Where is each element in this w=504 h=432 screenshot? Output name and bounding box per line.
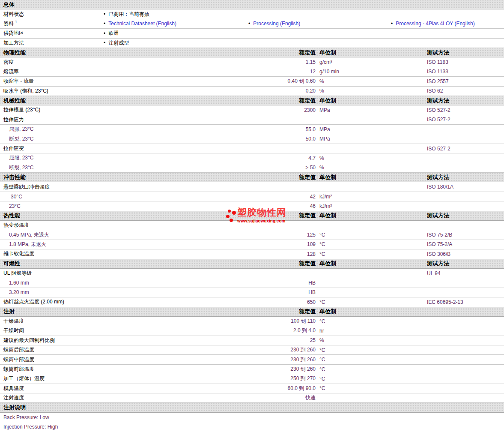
test-method: ISO 75-2/A	[423, 241, 504, 247]
property-row: 3.20 mmHB	[0, 288, 504, 297]
property-label: 屈服, 23°C	[0, 154, 279, 162]
section-header: 机械性能额定值单位制测试方法	[0, 96, 504, 105]
property-row: UL 阻燃等级UL 94	[0, 269, 504, 278]
bullet-icon: •	[391, 21, 393, 27]
property-label: 拉伸应力	[0, 116, 279, 123]
section-title: 物理性能	[0, 49, 279, 57]
column-header-unit: 单位制	[316, 97, 423, 105]
section-title: 冲击性能	[0, 174, 279, 181]
property-label-text: 加工方法	[3, 40, 24, 46]
rated-value: 125	[279, 232, 316, 238]
rated-value: 2.0 到 4.0	[279, 327, 316, 334]
property-label: 0.45 MPa, 未退火	[0, 231, 279, 239]
general-row: 供货地区•欧洲	[0, 29, 504, 38]
property-row: 1.8 MPa, 未退火109°CISO 75-2/A	[0, 240, 504, 249]
unit-label: °C	[316, 347, 423, 353]
logo-url: www.sujiaowuxing.com	[237, 219, 286, 223]
rated-value: 60.0 到 90.0	[279, 385, 316, 392]
property-row: 屈服, 23°C4.7%	[0, 153, 504, 163]
general-row: 资料1•Technical Datasheet (English)•Proces…	[0, 19, 504, 29]
property-label: 维卡软化温度	[0, 250, 279, 258]
column-header-test: 测试方法	[423, 212, 504, 219]
unit-label: hr	[316, 328, 423, 334]
bullet-icon: •	[104, 30, 105, 36]
property-row: 螺筒后部温度230 到 260°C	[0, 345, 504, 355]
property-label-text: 材料状态	[3, 11, 24, 17]
section-title: 机械性能	[0, 97, 279, 105]
property-label: 供货地区	[0, 30, 104, 37]
test-method: ISO 62	[423, 88, 504, 94]
property-label: 3.20 mm	[0, 289, 279, 295]
test-method: ISO 75-2/B	[423, 232, 504, 238]
doc-link[interactable]: Technical Datasheet (English)	[108, 21, 176, 27]
column-header-value: 额定值	[279, 49, 316, 57]
rated-value: 109	[279, 241, 316, 247]
test-method: UL 94	[423, 270, 504, 276]
bullet-icon: •	[104, 11, 105, 17]
unit-label: %	[316, 78, 423, 84]
property-label: 注射速度	[0, 394, 279, 402]
rated-value: 128	[279, 251, 316, 257]
unit-label: g/cm³	[316, 59, 423, 65]
property-label: 1.60 mm	[0, 280, 279, 286]
rated-value: 55.0	[279, 126, 316, 132]
property-row: 拉伸模量 (23°C)2300MPaISO 527-2	[0, 105, 504, 115]
property-row: 拉伸应力ISO 527-2	[0, 115, 504, 125]
bullet-icon: •	[104, 21, 105, 27]
unit-label: MPa	[316, 107, 423, 113]
property-label: 资料1	[0, 20, 104, 27]
rated-value: 230 到 260	[279, 346, 316, 354]
item-text: 注射成型	[108, 39, 129, 47]
unit-label: %	[316, 88, 423, 94]
property-label: 热灯丝点火温度 (2.00 mm)	[0, 298, 279, 306]
sujiaowuxing-logo: 塑胶物性网 www.sujiaowuxing.com	[225, 206, 289, 226]
unit-label: °C	[316, 318, 423, 324]
property-row: 断裂, 23°C> 50%	[0, 163, 504, 173]
property-row: 0.45 MPa, 未退火125°CISO 75-2/B	[0, 230, 504, 240]
section-title: 注射说明	[0, 404, 504, 411]
property-row: 干燥温度100 到 110°C	[0, 317, 504, 326]
property-label: 螺筒中部温度	[0, 356, 279, 363]
general-row: 加工方法•注射成型	[0, 39, 504, 48]
unit-label: °C	[316, 366, 423, 372]
property-row: 悬壁梁缺口冲击强度ISO 180/1A	[0, 182, 504, 192]
rated-value: 650	[279, 299, 316, 305]
note-text: Injection Pressure: High	[0, 424, 58, 430]
property-label: 收缩率 - 流量	[0, 78, 279, 85]
doc-link[interactable]: Processing - 4Plas 4LOY (English)	[396, 21, 475, 27]
rated-value: 50.0	[279, 136, 316, 142]
property-label: 建议的最大回制料比例	[0, 337, 279, 344]
rated-value: 2300	[279, 107, 316, 113]
property-label: 断裂, 23°C	[0, 135, 279, 143]
note-text: Back Pressure: Low	[0, 414, 49, 420]
property-row: 熔流率12g/10 minISO 1133	[0, 67, 504, 77]
unit-label: %	[316, 337, 423, 343]
property-label: 干燥温度	[0, 318, 279, 325]
rated-value: 12	[279, 69, 316, 75]
property-label: 断裂, 23°C	[0, 164, 279, 171]
property-label: 加工方法	[0, 39, 104, 47]
column-header-test: 测试方法	[423, 49, 504, 57]
rated-value: 快速	[279, 394, 316, 402]
property-row: 吸水率 (饱和, 23°C)0.20%ISO 62	[0, 87, 504, 96]
property-label: 密度	[0, 59, 279, 66]
rated-value: 230 到 260	[279, 366, 316, 373]
property-label: 悬壁梁缺口冲击强度	[0, 183, 279, 191]
property-label: UL 阻燃等级	[0, 270, 279, 277]
unit-label: °C	[316, 241, 423, 247]
rated-value: 1.15	[279, 59, 316, 65]
note-row: Injection Pressure: High	[0, 422, 504, 432]
column-header-unit: 单位制	[316, 308, 423, 315]
rated-value: HB	[279, 289, 316, 295]
test-method: ISO 1133	[423, 69, 504, 75]
property-label: 熔流率	[0, 68, 279, 75]
property-row: 断裂, 23°C50.0MPa	[0, 134, 504, 144]
property-row: 建议的最大回制料比例25%	[0, 336, 504, 345]
property-label: -30°C	[0, 194, 279, 200]
doc-link[interactable]: Processing (English)	[253, 21, 300, 27]
unit-label: kJ/m²	[316, 194, 423, 200]
section-title: 注射	[0, 308, 279, 315]
column-header-test: 测试方法	[423, 260, 504, 267]
logo-dots-icon	[225, 206, 236, 226]
property-label: 加工（熔体）温度	[0, 375, 279, 382]
